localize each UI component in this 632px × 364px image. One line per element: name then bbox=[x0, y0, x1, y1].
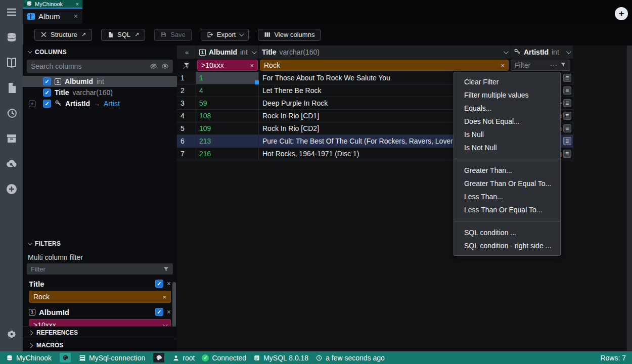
book-icon[interactable] bbox=[6, 57, 18, 69]
add-circle-icon[interactable] bbox=[6, 183, 18, 195]
references-section-header[interactable]: REFERENCES bbox=[23, 326, 177, 339]
columns-section-header[interactable]: COLUMNS bbox=[23, 46, 177, 58]
clear-all-filters-icon[interactable] bbox=[177, 62, 196, 69]
filter-title-input[interactable]: Rock × bbox=[29, 291, 171, 303]
cell-albumid[interactable]: 59 bbox=[196, 97, 259, 110]
grid-header-artistid[interactable]: ArtistId int bbox=[511, 46, 573, 59]
file-icon[interactable] bbox=[6, 82, 18, 94]
grid-header-title[interactable]: Title varchar(160) bbox=[259, 46, 511, 59]
filters-section-header[interactable]: FILTERS bbox=[23, 237, 177, 249]
database-tab-label: MyChinook bbox=[35, 1, 73, 7]
menu-item-is-null[interactable]: Is Null bbox=[454, 128, 560, 141]
remove-filter-icon[interactable]: × bbox=[167, 280, 171, 288]
menu-item-less-than[interactable]: Less Than... bbox=[454, 190, 560, 203]
multi-column-filter-input[interactable] bbox=[27, 263, 173, 275]
cell-albumid[interactable]: 216 bbox=[196, 148, 259, 160]
macros-section-header[interactable]: MACROS bbox=[23, 339, 177, 351]
statusbar-connection[interactable]: MySql-connection bbox=[79, 354, 145, 362]
settings-gear-icon[interactable] bbox=[6, 328, 18, 340]
menu-hamburger-icon[interactable] bbox=[6, 6, 18, 18]
statusbar-refresh-time[interactable]: a few seconds ago bbox=[315, 354, 385, 362]
close-icon[interactable]: × bbox=[76, 1, 79, 7]
open-reference-icon[interactable] bbox=[563, 124, 571, 132]
tab-album[interactable]: Album × bbox=[23, 9, 82, 24]
open-reference-icon[interactable] bbox=[563, 150, 571, 158]
export-button[interactable]: Export bbox=[201, 29, 249, 41]
database-color-swatch-button[interactable] bbox=[60, 353, 71, 362]
cell-albumid-selected[interactable]: 1 bbox=[196, 72, 259, 84]
cell-albumid[interactable]: 4 bbox=[196, 84, 259, 97]
column-item-artistid[interactable]: + ✓ ArtistId → Artist bbox=[23, 98, 177, 109]
connection-color-swatch-button[interactable] bbox=[153, 353, 164, 362]
menu-item-filter-multiple-values[interactable]: Filter multiple values bbox=[454, 88, 560, 102]
open-reference-icon[interactable] bbox=[563, 137, 571, 145]
statusbar-user[interactable]: root bbox=[172, 354, 195, 362]
cell-albumid[interactable]: 213 bbox=[196, 135, 259, 148]
title-filter-input[interactable]: Rock × bbox=[260, 60, 509, 71]
statusbar-database[interactable]: MyChinook bbox=[6, 354, 52, 362]
file-tab-strip: Album × bbox=[23, 9, 632, 24]
open-reference-icon[interactable] bbox=[563, 74, 571, 82]
view-columns-button[interactable]: View columns bbox=[258, 29, 321, 41]
database-icon[interactable] bbox=[6, 31, 18, 43]
column-item-title[interactable]: ✓ Title varchar(160) bbox=[23, 87, 177, 98]
history-icon[interactable] bbox=[6, 107, 18, 119]
open-reference-icon[interactable] bbox=[563, 112, 571, 120]
column-type: varchar(160) bbox=[73, 88, 113, 97]
referenced-table-link[interactable]: Artist bbox=[104, 100, 120, 108]
grid-vertical-scrollbar[interactable] bbox=[626, 46, 632, 351]
filter-albumid-input[interactable]: >10xxx bbox=[29, 319, 171, 326]
file-tab-label: Album bbox=[38, 12, 70, 21]
close-icon[interactable]: × bbox=[74, 12, 78, 20]
artistid-filter-input[interactable]: Filter ··· bbox=[511, 60, 570, 71]
cell-albumid[interactable]: 108 bbox=[196, 110, 259, 122]
tab-database-mychinook[interactable]: MyChinook × bbox=[23, 0, 82, 9]
selection-handle[interactable] bbox=[255, 80, 259, 84]
new-connection-button[interactable]: + bbox=[615, 7, 628, 20]
save-button[interactable]: Save bbox=[154, 29, 192, 41]
clear-value-icon[interactable]: × bbox=[162, 293, 166, 301]
menu-item-clear-filter[interactable]: Clear Filter bbox=[454, 75, 560, 88]
menu-item-does-not-equal[interactable]: Does Not Equal... bbox=[454, 115, 560, 128]
checkbox-checked[interactable]: ✓ bbox=[155, 308, 163, 316]
structure-button[interactable]: Structure ↗ bbox=[34, 29, 92, 41]
sidebar-scrollbar-thumb[interactable] bbox=[172, 282, 176, 327]
open-reference-icon[interactable] bbox=[563, 99, 571, 107]
checkbox-checked[interactable]: ✓ bbox=[43, 88, 51, 97]
archive-icon[interactable] bbox=[6, 132, 18, 145]
statusbar-status[interactable]: ✓ Connected bbox=[202, 354, 246, 362]
menu-item-is-not-null[interactable]: Is Not Null bbox=[454, 141, 560, 154]
menu-item-sql-condition-right-side[interactable]: SQL condition - right side ... bbox=[454, 239, 560, 252]
menu-item-less-than-or-equal[interactable]: Less Than Or Equal To... bbox=[454, 203, 560, 216]
filter-funnel-icon[interactable] bbox=[560, 61, 566, 69]
cell-albumid[interactable]: 109 bbox=[196, 122, 259, 135]
grid-header-albumid[interactable]: 1 AlbumId int bbox=[196, 46, 259, 59]
primary-key-icon: 1 bbox=[29, 309, 35, 315]
menu-item-greater-than[interactable]: Greater Than... bbox=[454, 164, 560, 177]
menu-item-equals[interactable]: Equals... bbox=[454, 102, 560, 115]
cloud-search-icon[interactable] bbox=[6, 158, 18, 170]
row-number: 2 bbox=[177, 84, 196, 97]
expand-plus-icon[interactable]: + bbox=[29, 101, 35, 107]
eye-off-icon[interactable] bbox=[150, 63, 157, 72]
checkbox-checked[interactable]: ✓ bbox=[43, 100, 51, 108]
menu-item-sql-condition[interactable]: SQL condition ... bbox=[454, 226, 560, 239]
albumid-filter-input[interactable]: >10xxx × bbox=[197, 60, 258, 71]
chevron-down-icon[interactable] bbox=[504, 49, 509, 54]
statusbar-version[interactable]: MySQL 8.0.18 bbox=[253, 354, 308, 362]
collapse-columns-button[interactable]: « bbox=[177, 46, 196, 59]
clear-value-icon[interactable]: × bbox=[250, 62, 254, 69]
chevron-down-icon[interactable] bbox=[252, 49, 257, 54]
sql-button[interactable]: SQL ↗ bbox=[101, 29, 145, 41]
clear-value-icon[interactable]: × bbox=[501, 62, 505, 69]
remove-filter-icon[interactable]: × bbox=[167, 308, 171, 316]
checkbox-checked[interactable]: ✓ bbox=[43, 77, 51, 85]
chevron-down-icon[interactable] bbox=[566, 49, 571, 54]
menu-item-greater-than-or-equal[interactable]: Greater Than Or Equal To... bbox=[454, 177, 560, 190]
checkbox-checked[interactable]: ✓ bbox=[155, 280, 163, 288]
eye-icon[interactable] bbox=[161, 63, 169, 72]
open-reference-icon[interactable] bbox=[563, 86, 571, 95]
more-icon[interactable]: ··· bbox=[550, 62, 558, 69]
palette-icon bbox=[62, 354, 69, 361]
column-item-albumid[interactable]: ✓ 1 AlbumId int bbox=[23, 76, 177, 87]
